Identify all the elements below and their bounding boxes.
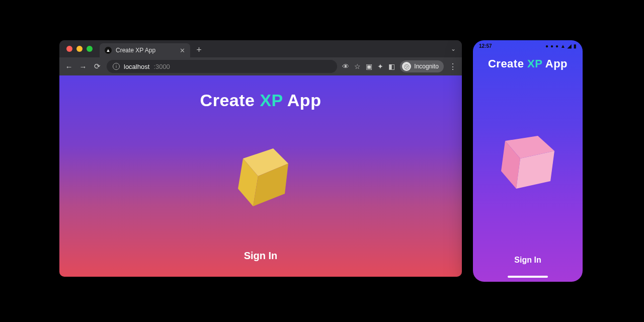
status-icons: ● ● ● ▲ ◢ ▮ bbox=[545, 43, 577, 49]
wifi-icon: ▲ bbox=[560, 43, 566, 49]
browser-tab[interactable]: ▲ Create XP App ✕ bbox=[100, 43, 190, 57]
tab-title: Create XP App bbox=[116, 47, 155, 54]
puzzle-extensions-icon[interactable]: ✦ bbox=[377, 62, 383, 70]
title-accent: XP bbox=[260, 91, 283, 110]
signin-label: Sign In bbox=[244, 250, 278, 261]
window-controls bbox=[66, 46, 93, 52]
home-indicator[interactable] bbox=[508, 276, 548, 278]
site-info-icon[interactable]: i bbox=[113, 63, 120, 70]
app-title: Create XP App bbox=[200, 91, 321, 110]
new-tab-button[interactable]: + bbox=[196, 45, 202, 55]
minimize-window-button[interactable] bbox=[76, 46, 83, 52]
incognito-label: Incognito bbox=[414, 63, 439, 70]
browser-toolbar: ← → ⟳ i localhost:3000 👁 ☆ ▣ ✦ ◧ ㋡ Incog… bbox=[59, 57, 462, 75]
incognito-chip[interactable]: ㋡ Incognito bbox=[400, 60, 444, 72]
phone-frame: 12:57 ● ● ● ▲ ◢ ▮ Create XP App Sign In bbox=[473, 40, 583, 282]
tab-favicon-icon: ▲ bbox=[105, 47, 112, 54]
title-pre: Create bbox=[488, 57, 527, 70]
cube-yellow-icon bbox=[225, 131, 306, 211]
url-port: :3000 bbox=[153, 63, 170, 70]
phone-signin-button[interactable]: Sign In bbox=[514, 256, 541, 265]
tabs-dropdown-icon[interactable]: ⌄ bbox=[451, 45, 456, 52]
battery-icon: ▮ bbox=[574, 43, 577, 49]
forward-button[interactable]: → bbox=[78, 62, 88, 71]
address-bar[interactable]: i localhost:3000 bbox=[107, 60, 337, 73]
phone-app-title: Create XP App bbox=[488, 57, 568, 70]
status-dot-icon: ● bbox=[550, 43, 553, 49]
title-post: App bbox=[283, 91, 321, 110]
toolbar-right: 👁 ☆ ▣ ✦ ◧ ㋡ Incognito ⋮ bbox=[342, 60, 457, 72]
status-time: 12:57 bbox=[479, 43, 492, 49]
bookmark-star-icon[interactable]: ☆ bbox=[354, 62, 361, 70]
browser-menu-button[interactable]: ⋮ bbox=[449, 62, 457, 71]
title-accent: XP bbox=[527, 57, 542, 70]
browser-titlebar: ▲ Create XP App ✕ + ⌄ bbox=[59, 40, 462, 57]
panel-icon[interactable]: ◧ bbox=[388, 62, 395, 70]
title-pre: Create bbox=[200, 91, 260, 110]
tab-close-icon[interactable]: ✕ bbox=[180, 47, 185, 54]
cube-pink-icon bbox=[490, 121, 566, 196]
back-button[interactable]: ← bbox=[64, 62, 73, 71]
reload-button[interactable]: ⟳ bbox=[93, 62, 102, 71]
eye-off-icon[interactable]: 👁 bbox=[342, 62, 349, 70]
status-dot-icon: ● bbox=[545, 43, 548, 49]
browser-window: ▲ Create XP App ✕ + ⌄ ← → ⟳ i localhost:… bbox=[59, 40, 462, 277]
phone-statusbar: 12:57 ● ● ● ▲ ◢ ▮ bbox=[473, 40, 583, 51]
extension-icon[interactable]: ▣ bbox=[366, 62, 372, 70]
signin-label: Sign In bbox=[514, 256, 541, 264]
maximize-window-button[interactable] bbox=[87, 46, 93, 52]
page-viewport: Create XP App Sign In bbox=[59, 75, 462, 277]
incognito-avatar-icon: ㋡ bbox=[402, 62, 411, 71]
signin-button[interactable]: Sign In bbox=[244, 250, 278, 262]
title-post: App bbox=[542, 57, 568, 70]
close-window-button[interactable] bbox=[66, 46, 72, 52]
status-dot-icon: ● bbox=[555, 43, 558, 49]
signal-icon: ◢ bbox=[568, 43, 572, 49]
url-host: localhost bbox=[124, 63, 149, 70]
